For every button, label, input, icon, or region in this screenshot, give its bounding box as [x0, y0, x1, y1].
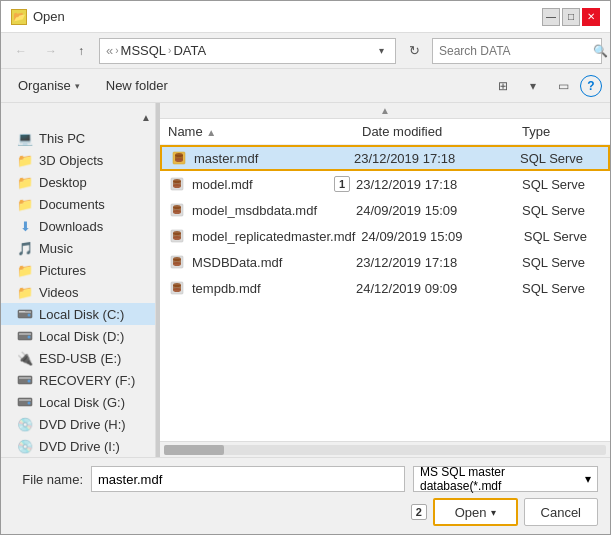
sidebar-item-this-pc[interactable]: 💻 This PC — [1, 127, 155, 149]
filetype-dropdown-icon: ▾ — [585, 472, 591, 486]
path-segment-1: « — [106, 43, 113, 58]
sidebar-scroll-up: ▲ — [1, 107, 155, 127]
svg-point-16 — [175, 158, 183, 162]
svg-rect-8 — [19, 377, 31, 379]
svg-point-36 — [173, 288, 181, 292]
sidebar-item-recovery-f[interactable]: RECOVERY (F:) — [1, 369, 155, 391]
documents-icon: 📁 — [17, 196, 33, 212]
file-item-model-replicated[interactable]: model_replicatedmaster.mdf 24/09/2019 15… — [160, 223, 610, 249]
svg-rect-5 — [19, 333, 31, 335]
filetype-value: MS SQL master database(*.mdf — [420, 465, 585, 493]
preview-icon: ▭ — [558, 79, 569, 93]
file-item-tempdb[interactable]: tempdb.mdf 24/12/2019 09:09 SQL Serve — [160, 275, 610, 301]
action-bar: Organise ▾ New folder ⊞ ▾ ▭ ? — [1, 69, 610, 103]
file-item-master-mdf[interactable]: master.mdf 23/12/2019 17:18 SQL Serve — [160, 145, 610, 171]
file-type-model-replicated: SQL Serve — [524, 229, 602, 244]
scroll-thumb[interactable] — [164, 445, 224, 455]
sidebar-item-local-disk-c[interactable]: Local Disk (C:) — [1, 303, 155, 325]
view-toggle-button[interactable]: ⊞ — [490, 74, 516, 98]
local-disk-d-icon — [17, 328, 33, 344]
sidebar-label-downloads: Downloads — [39, 219, 103, 234]
sidebar-item-dvd-drive-i[interactable]: 💿 DVD Drive (I:) — [1, 435, 155, 457]
cancel-button[interactable]: Cancel — [524, 498, 598, 526]
title-bar-left: 📂 Open — [11, 9, 65, 25]
local-disk-g-icon — [17, 394, 33, 410]
view-dropdown-button[interactable]: ▾ — [520, 74, 546, 98]
horizontal-scrollbar[interactable] — [160, 441, 610, 457]
sidebar-item-dvd-drive-h[interactable]: 💿 DVD Drive (H:) — [1, 413, 155, 435]
filename-input[interactable] — [91, 466, 405, 492]
videos-icon: 📁 — [17, 284, 33, 300]
file-item-model-msdbdata[interactable]: model_msdbdata.mdf 24/09/2019 15:09 SQL … — [160, 197, 610, 223]
view-dropdown-icon: ▾ — [530, 79, 536, 93]
search-icon: 🔍 — [593, 44, 608, 58]
file-item-model-mdf[interactable]: model.mdf 1 23/12/2019 17:18 SQL Serve — [160, 171, 610, 197]
sidebar-label-this-pc: This PC — [39, 131, 85, 146]
file-list-header: Name ▲ Date modified Type — [160, 119, 610, 145]
sidebar-item-local-disk-g[interactable]: Local Disk (G:) — [1, 391, 155, 413]
back-button[interactable]: ← — [9, 39, 33, 63]
sidebar-label-local-disk-d: Local Disk (D:) — [39, 329, 124, 344]
svg-rect-3 — [19, 311, 25, 312]
sidebar-item-desktop[interactable]: 📁 Desktop — [1, 171, 155, 193]
new-folder-button[interactable]: New folder — [97, 74, 177, 98]
sidebar-label-local-disk-g: Local Disk (G:) — [39, 395, 125, 410]
path-back-icon: « — [106, 43, 113, 58]
scroll-up-icon: ▲ — [141, 112, 151, 123]
file-name-master: master.mdf — [194, 151, 348, 166]
file-type-master: SQL Serve — [520, 151, 600, 166]
sidebar-label-3d-objects: 3D Objects — [39, 153, 103, 168]
refresh-icon: ↻ — [409, 43, 420, 58]
main-file-area: ▲ Name ▲ Date modified Type — [160, 103, 610, 457]
sidebar-label-desktop: Desktop — [39, 175, 87, 190]
search-input[interactable] — [439, 44, 589, 58]
sidebar-item-music[interactable]: 🎵 Music — [1, 237, 155, 259]
maximize-button[interactable]: □ — [562, 8, 580, 26]
up-button[interactable]: ↑ — [69, 39, 93, 63]
esd-usb-icon: 🔌 — [17, 350, 33, 366]
sort-indicator: ▲ — [206, 127, 216, 138]
sidebar-label-dvd-h: DVD Drive (H:) — [39, 417, 126, 432]
mdf-file-icon-2 — [168, 175, 186, 193]
sidebar-item-pictures[interactable]: 📁 Pictures — [1, 259, 155, 281]
sidebar-item-documents[interactable]: 📁 Documents — [1, 193, 155, 215]
sidebar-item-videos[interactable]: 📁 Videos — [1, 281, 155, 303]
file-name-model-msdbdata: model_msdbdata.mdf — [192, 203, 350, 218]
column-date-header[interactable]: Date modified — [362, 124, 522, 139]
sidebar-label-recovery: RECOVERY (F:) — [39, 373, 135, 388]
file-type-tempdb: SQL Serve — [522, 281, 602, 296]
title-bar: 📂 Open — □ ✕ — [1, 1, 610, 33]
address-dropdown-button[interactable]: ▾ — [373, 40, 389, 62]
column-name-header[interactable]: Name ▲ — [168, 124, 362, 139]
close-button[interactable]: ✕ — [582, 8, 600, 26]
forward-button[interactable]: → — [39, 39, 63, 63]
address-bar[interactable]: « › MSSQL › DATA ▾ — [99, 38, 396, 64]
help-button[interactable]: ? — [580, 75, 602, 97]
column-type-header[interactable]: Type — [522, 124, 602, 139]
file-date-master: 23/12/2019 17:18 — [354, 151, 514, 166]
svg-point-9 — [28, 380, 31, 383]
open-dialog: 📂 Open — □ ✕ ← → ↑ « › MSSQL › — [0, 0, 611, 535]
sidebar-label-dvd-i: DVD Drive (I:) — [39, 439, 120, 454]
sidebar-label-music: Music — [39, 241, 73, 256]
sidebar-item-3d-objects[interactable]: 📁 3D Objects — [1, 149, 155, 171]
file-date-model-msdbdata: 24/09/2019 15:09 — [356, 203, 516, 218]
cancel-label: Cancel — [541, 505, 581, 520]
open-label: Open — [455, 505, 487, 520]
sidebar-item-esd-usb-e[interactable]: 🔌 ESD-USB (E:) — [1, 347, 155, 369]
file-date-model-replicated: 24/09/2019 15:09 — [361, 229, 517, 244]
file-item-msdbdata[interactable]: MSDBData.mdf 23/12/2019 17:18 SQL Serve — [160, 249, 610, 275]
preview-button[interactable]: ▭ — [550, 74, 576, 98]
view-controls: ⊞ ▾ ▭ ? — [490, 74, 602, 98]
minimize-button[interactable]: — — [542, 8, 560, 26]
filetype-dropdown[interactable]: MS SQL master database(*.mdf ▾ — [413, 466, 598, 492]
badge-1: 1 — [334, 176, 350, 192]
mdf-file-icon-4 — [168, 227, 186, 245]
sidebar-item-downloads[interactable]: ⬇ Downloads — [1, 215, 155, 237]
path-segment-2: MSSQL — [121, 43, 167, 58]
open-button[interactable]: Open ▾ — [433, 498, 518, 526]
organise-button[interactable]: Organise ▾ — [9, 74, 89, 98]
sidebar-item-local-disk-d[interactable]: Local Disk (D:) — [1, 325, 155, 347]
refresh-button[interactable]: ↻ — [402, 39, 426, 63]
new-folder-label: New folder — [106, 78, 168, 93]
